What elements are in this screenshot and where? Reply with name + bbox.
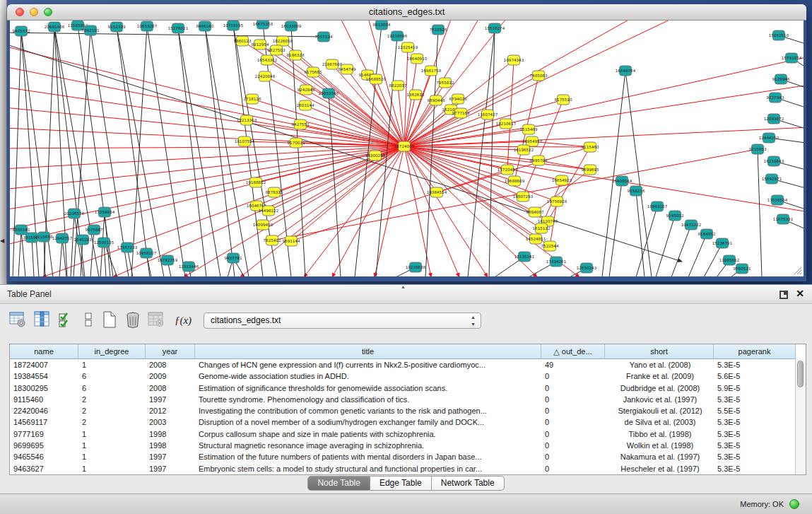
graph-node[interactable]: 18963107 [647, 201, 668, 211]
graph-node[interactable]: 15892971 [762, 174, 782, 184]
graph-node[interactable]: 15751074 [782, 53, 802, 63]
table-row[interactable]: 946362711997Embryonic stem cells: a mode… [10, 463, 806, 474]
network-canvas[interactable]: 1872400798601238912954182260589827503165… [10, 21, 804, 276]
graph-edge[interactable] [10, 146, 404, 233]
graph-node[interactable]: 12505135 [94, 238, 114, 247]
graph-node[interactable]: 16782759 [158, 255, 178, 265]
graph-node[interactable]: 20691406 [45, 22, 65, 32]
graph-edge[interactable] [688, 234, 707, 276]
scrollbar-thumb[interactable] [797, 361, 804, 387]
column-header-out_de[interactable]: △ out_de... [541, 344, 605, 359]
minimize-window-button[interactable] [30, 8, 38, 16]
delete-table-button[interactable] [146, 310, 167, 331]
graph-edge[interactable] [178, 28, 206, 276]
resize-grip-icon[interactable] [793, 266, 802, 275]
graph-node[interactable]: 9827503 [268, 45, 286, 55]
graph-node[interactable]: 10958107 [136, 248, 157, 258]
graph-edge[interactable] [404, 127, 804, 146]
graph-node[interactable]: 7522544 [541, 241, 559, 251]
graph-node[interactable]: 8466160 [196, 21, 214, 31]
graph-node[interactable]: 12942757 [52, 233, 73, 243]
table-row[interactable]: 1872400712008Changes of HCN gene express… [10, 359, 806, 370]
graph-edge[interactable] [32, 238, 34, 276]
table-select-dropdown[interactable]: citations_edges.txt ▲ ▼ [204, 313, 481, 329]
graph-node[interactable]: 10719195 [223, 21, 244, 30]
graph-node[interactable]: 1615132 [533, 223, 551, 233]
table-row[interactable]: 2242004622012Investigating the contribut… [10, 405, 806, 416]
graph-node[interactable]: 18210617 [496, 119, 517, 129]
graph-node[interactable]: 8175510 [555, 95, 572, 105]
graph-node[interactable]: 14524851 [526, 234, 546, 244]
table-row[interactable]: 969969511998Structural magnetic resonanc… [10, 440, 806, 451]
graph-edge[interactable] [404, 146, 804, 212]
graph-edge[interactable] [18, 230, 21, 276]
table-row[interactable]: 911546021997Tourette syndrome. Phenomeno… [10, 394, 806, 405]
network-svg[interactable]: 1872400798601238912954182260589827503165… [10, 21, 804, 276]
graph-node[interactable]: 9975887 [86, 225, 103, 235]
close-panel-button[interactable]: ✕ [796, 288, 804, 299]
graph-edge[interactable] [468, 28, 495, 276]
graph-node[interactable]: 16961758 [421, 66, 442, 76]
graph-node[interactable]: 9860123 [234, 36, 252, 46]
graph-node[interactable]: 8164052 [698, 229, 716, 239]
graph-node[interactable]: 29053346 [319, 88, 339, 98]
graph-edge[interactable] [291, 192, 437, 241]
graph-node[interactable]: 9691144 [283, 236, 300, 246]
graph-edge[interactable] [489, 28, 495, 276]
graph-node[interactable]: 7955812 [437, 78, 454, 88]
zoom-window-button[interactable] [44, 8, 52, 16]
table-scrollbar[interactable] [795, 359, 806, 474]
graph-node[interactable]: 7615526 [430, 25, 447, 35]
graph-edge[interactable] [10, 42, 682, 262]
graph-node[interactable]: 8186328 [287, 50, 305, 60]
close-window-button[interactable] [16, 8, 24, 16]
graph-edge[interactable] [404, 146, 514, 181]
graph-edge[interactable] [758, 149, 762, 276]
graph-node[interactable]: 15720407 [498, 165, 518, 175]
graph-edge[interactable] [13, 31, 21, 276]
graph-edge[interactable] [205, 26, 249, 276]
window-titlebar[interactable]: citations_edges.txt [7, 4, 806, 21]
graph-node[interactable]: 1515469 [520, 124, 538, 134]
graph-node[interactable]: 15135141 [514, 252, 535, 262]
graph-node[interactable]: 18807293 [513, 192, 534, 201]
graph-node[interactable]: 9129946 [772, 74, 790, 84]
graph-node[interactable]: 18226058 [273, 36, 293, 46]
graph-edge[interactable] [178, 28, 220, 276]
graph-node[interactable]: 16033809 [281, 21, 302, 31]
graph-node[interactable]: 18640910 [407, 54, 428, 64]
float-panel-button[interactable] [779, 291, 788, 299]
graph-edge[interactable] [656, 216, 675, 276]
table-mode-button[interactable] [7, 310, 28, 331]
graph-node[interactable]: 8454749 [339, 64, 356, 74]
graph-node[interactable]: 14099459 [253, 220, 273, 230]
graph-node[interactable]: 16648784 [616, 66, 636, 76]
graph-node[interactable]: 10974343 [504, 55, 524, 65]
graph-edge[interactable] [147, 26, 185, 276]
graph-node[interactable]: 13325419 [398, 42, 418, 52]
graph-node[interactable]: 3215953 [749, 144, 767, 154]
select-columns-button[interactable] [55, 310, 76, 331]
graph-edge[interactable] [636, 206, 657, 276]
graph-node[interactable]: 15052510 [769, 30, 789, 40]
graph-edge[interactable] [548, 147, 590, 221]
graph-edge[interactable] [117, 27, 164, 276]
graph-node[interactable]: 8822037 [389, 81, 407, 90]
graph-node[interactable]: 9457791 [225, 253, 242, 263]
column-header-title[interactable]: title [195, 344, 541, 359]
graph-node[interactable]: 19756928 [547, 197, 567, 206]
graph-node[interactable]: 2718126 [244, 94, 261, 104]
graph-node[interactable]: 7825402 [264, 235, 281, 245]
column-header-pagerank[interactable]: pagerank [714, 344, 796, 359]
delete-column-button[interactable] [122, 310, 143, 331]
table-row[interactable]: 1830029562008Estimation of significance … [10, 382, 806, 394]
graph-edge[interactable] [205, 26, 235, 276]
graph-node[interactable]: 19218596 [387, 31, 408, 41]
column-header-in_degree[interactable]: in_degree [78, 344, 146, 359]
graph-node[interactable]: 10653287 [137, 21, 158, 31]
table-row[interactable]: 1938455462009Genome-wide association stu… [10, 370, 806, 382]
graph-node[interactable]: 7857224 [315, 32, 333, 42]
graph-node[interactable]: 15276021 [168, 23, 189, 33]
row-options-button[interactable] [78, 310, 99, 331]
graph-edge[interactable] [90, 230, 94, 276]
